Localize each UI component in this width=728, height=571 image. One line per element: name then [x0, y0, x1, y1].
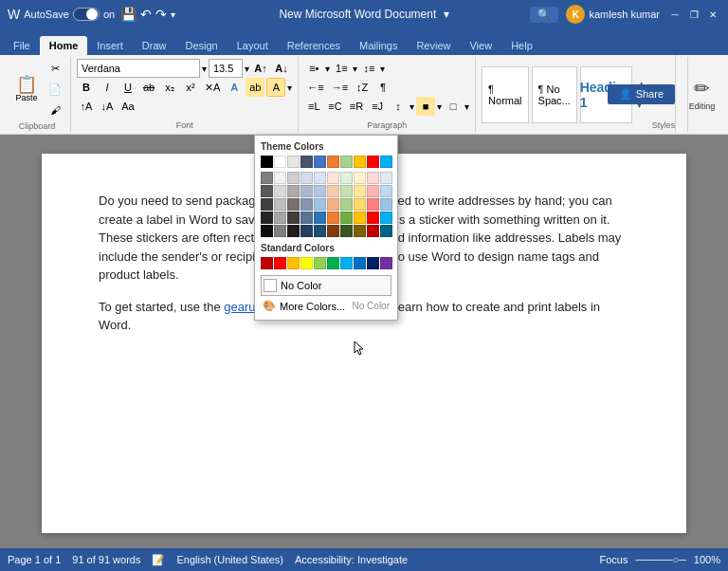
color-red[interactable] [367, 156, 379, 168]
theme-colors-title: Theme Colors [261, 141, 391, 152]
increase-indent-button[interactable]: ↑A [77, 97, 96, 116]
title-bar-right: 🔍 K kamlesh kumar ─ ❐ ✕ [530, 5, 720, 24]
color-white[interactable] [274, 156, 286, 168]
editing-icon: ✏ [694, 77, 710, 100]
tab-help[interactable]: Help [501, 36, 542, 55]
color-yellow[interactable] [354, 156, 366, 168]
justify-button[interactable]: ≡J [368, 97, 387, 116]
paste-icon: 📋 [16, 76, 37, 93]
font-color-dropdown[interactable]: ▾ [287, 83, 292, 93]
color-cyan[interactable] [380, 156, 392, 168]
increase-font-button[interactable]: A↑ [251, 59, 270, 78]
align-left-button[interactable]: ≡L [304, 97, 323, 116]
focus-label[interactable]: Focus [599, 554, 628, 565]
quick-access-more[interactable]: ▾ [171, 9, 175, 20]
strikethrough-button[interactable]: ab [139, 78, 158, 97]
tab-draw[interactable]: Draw [133, 36, 176, 55]
font-size-dropdown[interactable]: ▾ [245, 64, 249, 74]
borders-button[interactable]: □ [444, 97, 463, 116]
color-blue[interactable] [314, 156, 326, 168]
tab-layout[interactable]: Layout [228, 36, 278, 55]
status-bar: Page 1 of 1 91 of 91 words 📝 English (Un… [0, 548, 728, 571]
paste-button[interactable]: 📋 Paste [9, 74, 44, 104]
subscript-button[interactable]: x₂ [160, 78, 179, 97]
ribbon: 📋 Paste ✂ 📄 🖌 Clipboard ▾ ▾ A↑ A↓ B I U … [0, 55, 728, 135]
color-black[interactable] [261, 156, 273, 168]
tab-insert[interactable]: Insert [87, 36, 133, 55]
underline-button[interactable]: U [118, 78, 137, 97]
word-count: 91 of 91 words [72, 554, 140, 565]
cut-button[interactable]: ✂ [46, 59, 64, 78]
tab-home[interactable]: Home [40, 36, 88, 55]
no-color-option[interactable]: No Color [261, 275, 391, 296]
tab-design[interactable]: Design [175, 36, 227, 55]
shading-button[interactable]: ■ [416, 97, 435, 116]
font-name-input[interactable] [77, 59, 200, 78]
italic-button[interactable]: I [98, 78, 117, 97]
toggle-state: on [103, 9, 115, 20]
borders-dropdown[interactable]: ▾ [464, 101, 469, 112]
search-icon: 🔍 [537, 9, 551, 21]
change-case-button[interactable]: Aa [118, 97, 137, 116]
text-highlight-button[interactable]: ab [246, 78, 264, 97]
autosave-label: AutoSave [24, 9, 69, 20]
line-spacing-dropdown[interactable]: ▾ [410, 101, 414, 112]
tab-view[interactable]: View [460, 36, 501, 55]
no-color-swatch [264, 279, 277, 292]
tab-references[interactable]: References [278, 36, 350, 55]
format-painter-button[interactable]: 🖌 [46, 101, 64, 120]
increase-indent-btn[interactable]: →≡ [329, 78, 351, 97]
search-bar[interactable]: 🔍 [530, 7, 558, 23]
multilevel-dropdown[interactable]: ▾ [380, 64, 385, 74]
editing-panel[interactable]: ✏ Editing [675, 55, 728, 133]
zoom-slider[interactable]: ─────○─ [635, 554, 685, 565]
autosave-toggle[interactable] [73, 8, 100, 21]
font-size-input[interactable] [209, 59, 243, 78]
color-orange[interactable] [327, 156, 339, 168]
save-icon[interactable]: 💾 [120, 7, 136, 22]
bullets-button[interactable]: ≡• [304, 59, 323, 78]
numbering-dropdown[interactable]: ▾ [353, 64, 357, 74]
tab-mailings[interactable]: Mailings [350, 36, 407, 55]
style-no-spacing[interactable]: ¶ No Spac... [532, 66, 577, 123]
quick-access-toolbar: 💾 ↶ ↷ ▾ [120, 7, 175, 22]
title-dropdown[interactable]: ▾ [444, 8, 449, 21]
numbering-button[interactable]: 1≡ [332, 59, 351, 78]
theme-colors-grid [261, 156, 391, 168]
text-effects-button[interactable]: A [225, 78, 244, 97]
copy-button[interactable]: 📄 [46, 80, 64, 99]
color-dk-blue[interactable] [300, 156, 313, 168]
align-center-button[interactable]: ≡C [325, 97, 344, 116]
font-row3: ↑A ↓A Aa [77, 97, 137, 116]
color-lt-gray[interactable] [287, 156, 300, 168]
tab-file[interactable]: File [4, 36, 40, 55]
redo-icon[interactable]: ↷ [155, 7, 167, 22]
style-normal[interactable]: ¶ Normal [482, 66, 528, 123]
font-name-dropdown[interactable]: ▾ [202, 64, 207, 74]
decrease-font-button[interactable]: A↓ [272, 59, 291, 78]
align-right-button[interactable]: ≡R [347, 97, 366, 116]
show-marks-button[interactable]: ¶ [373, 78, 392, 97]
avatar: K [566, 5, 585, 24]
more-colors-option[interactable]: 🎨 More Colors... No Color [261, 298, 391, 314]
language-label: English (United States) [176, 554, 283, 565]
bullets-dropdown[interactable]: ▾ [325, 64, 330, 74]
sort-button[interactable]: ↕Z [353, 78, 372, 97]
decrease-indent-button[interactable]: ↓A [98, 97, 117, 116]
color-green[interactable] [340, 156, 353, 168]
decrease-indent-btn[interactable]: ←≡ [304, 78, 326, 97]
restore-button[interactable]: ❐ [686, 7, 701, 22]
editing-label: Editing [689, 101, 716, 111]
tab-review[interactable]: Review [407, 36, 460, 55]
share-button[interactable]: 👤 Share [608, 84, 675, 104]
close-button[interactable]: ✕ [705, 7, 720, 22]
multilevel-button[interactable]: ↕≡ [359, 59, 378, 78]
shading-dropdown[interactable]: ▾ [437, 101, 442, 112]
undo-icon[interactable]: ↶ [140, 7, 152, 22]
clear-format-button[interactable]: ✕A [202, 78, 223, 97]
line-spacing-button[interactable]: ↕ [389, 97, 408, 116]
minimize-button[interactable]: ─ [667, 7, 682, 22]
superscript-button[interactable]: x² [181, 78, 200, 97]
bold-button[interactable]: B [77, 78, 96, 97]
font-color-button[interactable]: A [266, 78, 285, 97]
